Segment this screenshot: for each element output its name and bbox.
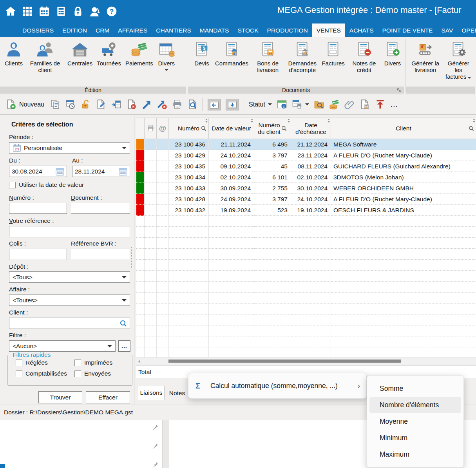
ribbon-button-divers[interactable]: Divers xyxy=(382,40,403,68)
ribbon-button-g-n-rer-la-livraison[interactable]: Générer la livraison xyxy=(409,40,442,74)
search-column-icon[interactable] xyxy=(468,125,474,132)
pin-icon[interactable] xyxy=(152,461,159,468)
pin-icon[interactable] xyxy=(152,424,159,430)
table-row[interactable]: 23 100 42824.09.20243 79724.10.2024A FLE… xyxy=(136,194,476,205)
table-row[interactable]: 23 100 43509.10.20244508.11.2024GUICHARD… xyxy=(136,161,476,172)
open-delete-arrow-icon[interactable] xyxy=(157,99,167,110)
status-column-header[interactable] xyxy=(136,118,145,139)
calendar-picker-icon[interactable] xyxy=(119,167,127,176)
scroll-left-arrow-icon[interactable] xyxy=(138,360,140,363)
ribbon-button-bons-de-livraison[interactable]: Bons de livraison xyxy=(251,40,284,74)
use-value-date-checkbox[interactable] xyxy=(9,182,16,188)
menu-tab-operations[interactable]: OPERATIONS xyxy=(457,23,476,37)
calc-auto-menu-item[interactable]: Calcul automatique (somme,moyenne, ...) xyxy=(210,382,358,390)
reference-bvr-input[interactable] xyxy=(71,249,130,260)
print-icon[interactable] xyxy=(172,99,183,110)
menu-tab-mandats[interactable]: MANDATS xyxy=(195,23,233,37)
search-column-icon[interactable] xyxy=(201,125,207,132)
menu-tab-affaires[interactable]: AFFAIRES xyxy=(114,23,152,37)
collapse-top-icon[interactable] xyxy=(375,99,386,110)
panel-left-icon[interactable] xyxy=(208,99,221,110)
effacer-button[interactable]: Effacer xyxy=(86,391,130,403)
pin-icon[interactable] xyxy=(152,443,159,449)
sort-carets-icon[interactable] xyxy=(288,119,290,123)
document-input[interactable] xyxy=(71,203,130,214)
help-icon[interactable]: ? xyxy=(106,5,118,17)
unlock-icon[interactable] xyxy=(80,99,91,110)
table-print-dropdown[interactable] xyxy=(292,99,309,110)
calendar-icon[interactable] xyxy=(38,5,50,17)
numero-column-header[interactable]: Numéro xyxy=(169,118,209,139)
checkbox-imprim-es[interactable] xyxy=(74,360,81,366)
numero-input[interactable] xyxy=(9,203,67,214)
doc-clock-icon[interactable] xyxy=(65,99,76,110)
submenu-item-moyenne[interactable]: Moyenne xyxy=(367,413,463,430)
client-search-input[interactable] xyxy=(9,318,130,329)
sort-carets-icon[interactable] xyxy=(328,119,330,123)
ribbon-button-tourn-es[interactable]: Tournées xyxy=(95,40,123,68)
ribbon-button-clients[interactable]: Clients xyxy=(3,40,24,68)
ribbon-button-factures[interactable]: Factures xyxy=(320,40,346,68)
dialog-launcher-icon[interactable] xyxy=(396,88,402,93)
preview-icon[interactable] xyxy=(187,99,198,110)
submenu-item-somme[interactable]: Somme xyxy=(367,380,463,397)
affaire-select[interactable]: <Toutes> xyxy=(9,295,130,306)
horizontal-scrollbar[interactable] xyxy=(136,358,476,364)
support-icon[interactable] xyxy=(89,5,101,17)
table-row[interactable]: 23 100 43402.10.20246 10102.10.20243DMOT… xyxy=(136,172,476,183)
date-echeance-column-header[interactable]: Date d'échéance xyxy=(291,118,331,139)
bottom-tab-notes[interactable]: Notes xyxy=(167,386,187,400)
table-row[interactable]: 23 100 42924.10.20243 79723.11.2024A FLE… xyxy=(136,150,476,161)
new-doc-icon[interactable] xyxy=(5,99,16,110)
panel-down-icon[interactable] xyxy=(226,99,239,110)
ribbon-button-centrales[interactable]: Centrales xyxy=(66,40,94,68)
menu-tab-crm[interactable]: CRM xyxy=(91,23,114,37)
sort-carets-icon[interactable] xyxy=(473,119,475,123)
au-date-input[interactable]: 28.11.2024 xyxy=(72,166,130,177)
ribbon-button-commandes[interactable]: Commandes xyxy=(214,40,250,68)
save-doc-icon[interactable] xyxy=(360,99,370,110)
import-table-icon[interactable] xyxy=(111,99,121,110)
home-icon[interactable] xyxy=(5,5,16,17)
colis-input[interactable] xyxy=(9,249,67,260)
calendar-picker-icon[interactable] xyxy=(56,167,64,176)
window-info-icon[interactable]: i xyxy=(277,99,287,110)
submenu-item-nombre-d-l-ments[interactable]: Nombre d'éléments xyxy=(369,397,461,413)
menu-tab-stock[interactable]: STOCK xyxy=(233,23,262,37)
menu-tab-point-de-vente[interactable]: POINT DE VENTE xyxy=(378,23,437,37)
search-icon[interactable] xyxy=(119,320,127,327)
votre-reference-input[interactable] xyxy=(9,226,130,237)
filtre-more-button[interactable]: … xyxy=(118,340,130,352)
coins-icon[interactable] xyxy=(329,99,340,110)
print-column-header[interactable] xyxy=(145,118,157,139)
copy-icon[interactable] xyxy=(50,99,60,110)
paperclip-icon[interactable] xyxy=(344,99,355,110)
menu-tab-production[interactable]: PRODUCTION xyxy=(263,23,312,37)
submenu-item-maximum[interactable]: Maximum xyxy=(367,446,463,463)
numero-client-column-header[interactable]: Numéro du client xyxy=(254,118,291,139)
filtre-select[interactable]: <Aucun> xyxy=(9,340,116,352)
bottom-tab-liaisons[interactable]: Liaisons xyxy=(138,386,165,400)
scrollbar-thumb[interactable] xyxy=(168,360,401,363)
sort-carets-icon[interactable] xyxy=(205,119,208,123)
menu-tab-edition[interactable]: EDITION xyxy=(58,23,91,37)
email-column-header[interactable]: @ xyxy=(157,118,169,139)
menu-tab-achats[interactable]: ACHATS xyxy=(345,23,378,37)
calculator-icon[interactable] xyxy=(55,5,67,17)
ribbon-button-devis[interactable]: $Devis xyxy=(191,40,212,68)
menu-tab-ventes[interactable]: VENTES xyxy=(312,23,345,37)
checkbox-envoy-es[interactable] xyxy=(74,370,81,377)
lock-icon[interactable] xyxy=(72,5,84,17)
ribbon-button-g-n-rer-les-factures[interactable]: Générer les factures xyxy=(443,40,475,81)
ribbon-button-demandes-d-acompte[interactable]: Demandes d'acompte xyxy=(286,40,319,74)
splitter-grip[interactable] xyxy=(131,247,133,268)
ribbon-button-notes-de-cr-dit[interactable]: Notes de crédit xyxy=(347,40,381,74)
date-valeur-column-header[interactable]: Date de valeur xyxy=(209,118,254,139)
trouver-button[interactable]: Trouver xyxy=(38,391,82,403)
search-column-icon[interactable] xyxy=(281,125,287,132)
du-date-input[interactable]: 30.08.2024 xyxy=(9,166,67,177)
folder-search-icon[interactable] xyxy=(314,99,324,110)
client-column-header[interactable]: Client xyxy=(331,118,476,139)
ribbon-button-divers[interactable]: Divers xyxy=(156,40,177,72)
new-button-label[interactable]: Nouveau xyxy=(19,101,44,108)
